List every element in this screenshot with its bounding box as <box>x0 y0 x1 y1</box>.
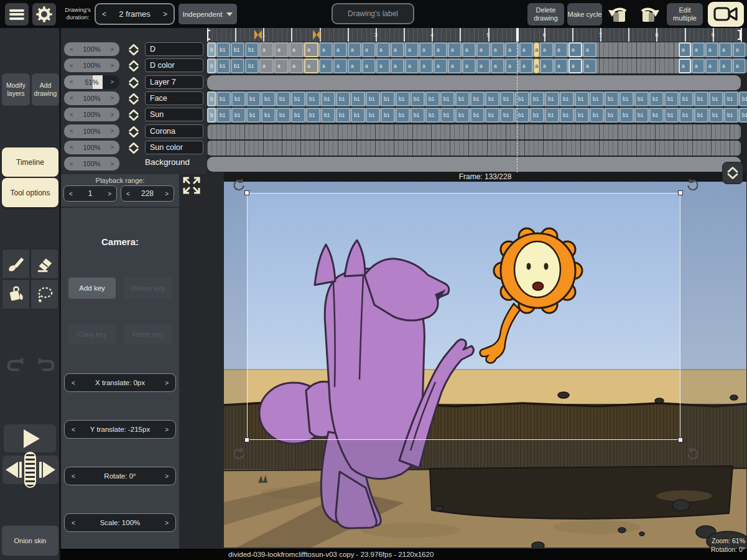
layer-reorder-button[interactable] <box>125 75 142 91</box>
drawing-cell[interactable]: a <box>419 42 433 57</box>
drawing-cell[interactable]: b1 <box>321 91 335 106</box>
rotate-stepper[interactable]: < Rotate: 0° > <box>64 467 176 485</box>
add-drawing-button[interactable]: Add drawing <box>32 73 59 106</box>
rotate-icon-br[interactable] <box>685 447 700 462</box>
decrement-arrow[interactable]: < <box>65 380 82 386</box>
layer-name-layer-7[interactable]: Layer 7 <box>145 75 203 89</box>
drawing-cell[interactable]: a <box>259 58 274 73</box>
drawing-cell[interactable]: b1 <box>291 91 305 106</box>
drawing-cell[interactable]: a <box>534 58 539 73</box>
drawing-cell[interactable]: a <box>519 58 533 73</box>
scale-stepper[interactable]: < Scale: 100% > <box>64 513 176 532</box>
track-corona[interactable] <box>207 124 741 139</box>
drawing-cell[interactable]: b1 <box>366 108 380 123</box>
track-layer-7[interactable] <box>207 75 741 90</box>
make-cycle-button[interactable]: Make cycle <box>567 3 602 26</box>
drawing-cell[interactable]: a <box>391 58 404 73</box>
playback-start-stepper[interactable]: < 1 > <box>63 185 117 202</box>
drawing-cell[interactable]: b1 <box>336 91 350 106</box>
drawing-cell[interactable]: b1 <box>634 91 649 106</box>
drawing-cell[interactable]: b1 <box>440 91 455 106</box>
drawing-cell[interactable]: a <box>554 58 568 73</box>
layer-reorder-button[interactable] <box>125 42 142 58</box>
drawing-cell[interactable]: b <box>207 58 216 73</box>
drawing-cell[interactable]: b1 <box>739 91 747 106</box>
drawing-cell[interactable]: a <box>319 42 333 57</box>
drawing-cell[interactable]: b1 <box>351 91 365 106</box>
drawing-cell[interactable]: b1 <box>664 108 679 123</box>
layer-opacity-stepper[interactable]: <100%> <box>64 124 119 138</box>
fill-tool-button[interactable] <box>2 279 30 309</box>
drawing-cell[interactable]: b1 <box>679 91 694 106</box>
layer-reorder-button[interactable] <box>125 124 142 140</box>
drawing-cell[interactable]: a <box>540 58 554 73</box>
track-sun[interactable]: bb1b1b1b1b1b1b1b1b1b1b1b1b1b1b1b1b1b1b1b… <box>207 108 741 123</box>
camera-mode-button[interactable] <box>708 2 744 27</box>
layer-name-sun[interactable]: Sun <box>145 108 203 121</box>
layer-opacity-stepper[interactable]: <51%> <box>64 75 119 89</box>
drawing-cell[interactable]: b1 <box>455 91 470 106</box>
camera-frame-handle-bl[interactable] <box>244 437 249 442</box>
drawing-cell[interactable]: b <box>207 108 216 123</box>
drawing-cell[interactable]: a <box>434 42 447 57</box>
drawing-cell[interactable]: b1 <box>530 108 544 123</box>
drawing-cell[interactable]: a <box>448 42 462 57</box>
drawing-cell[interactable]: a <box>568 42 582 57</box>
layer-name-corona[interactable]: Corona <box>145 124 203 138</box>
drawing-cell[interactable]: b1 <box>724 91 738 106</box>
drawing-cell[interactable]: b1 <box>709 91 723 106</box>
duration-increment[interactable]: > <box>157 10 174 19</box>
drawing-cell[interactable]: a <box>554 42 568 57</box>
playback-range-end-bracket[interactable] <box>738 30 741 40</box>
layer-mode-dropdown[interactable]: Independent <box>179 4 237 24</box>
drawing-cell[interactable]: b1 <box>245 58 259 73</box>
drawing-cell[interactable]: a <box>705 42 718 57</box>
drawing-cell[interactable]: a <box>719 42 732 57</box>
drawing-cell[interactable]: b1 <box>724 108 738 123</box>
decrement-arrow[interactable]: < <box>121 190 135 197</box>
drawing-label-input[interactable]: Drawing's label <box>332 3 414 24</box>
drawing-cell[interactable]: b1 <box>649 108 664 123</box>
paste-key-button[interactable]: Paste key <box>124 324 172 345</box>
drawing-cell[interactable]: a <box>491 58 504 73</box>
drawing-cell[interactable]: b1 <box>261 91 276 106</box>
drawing-cell[interactable]: b1 <box>560 108 574 123</box>
eraser-tool-button[interactable] <box>30 249 58 279</box>
next-frame-button[interactable] <box>36 455 58 484</box>
layer-opacity-stepper[interactable]: <100%> <box>64 91 119 105</box>
drawing-cell[interactable]: b1 <box>619 91 634 106</box>
delete-key-button[interactable]: Delete key <box>124 278 172 299</box>
settings-button[interactable] <box>32 3 56 26</box>
drawing-cell[interactable]: b1 <box>485 108 499 123</box>
y-translate-stepper[interactable]: < Y translate: -215px > <box>64 420 176 439</box>
increment-arrow[interactable]: > <box>158 380 175 386</box>
decrement-arrow[interactable]: < <box>65 473 82 480</box>
increment-arrow[interactable]: > <box>160 190 174 197</box>
drawing-cell[interactable]: a <box>733 58 746 73</box>
drawing-cell[interactable]: a <box>476 58 490 73</box>
drawing-cell[interactable]: a <box>274 58 289 73</box>
layer-name-sun-color[interactable]: Sun color <box>145 141 203 154</box>
increment-arrow[interactable]: > <box>104 111 119 118</box>
drawing-cell[interactable]: b1 <box>694 91 708 106</box>
play-button[interactable] <box>4 424 56 452</box>
drawing-cell[interactable]: b1 <box>276 108 290 123</box>
copy-key-button[interactable]: Copy key <box>68 324 116 345</box>
tab-tool-options[interactable]: Tool options <box>2 178 58 207</box>
duration-decrement[interactable]: < <box>96 10 113 19</box>
layer-opacity-stepper[interactable]: <100%> <box>64 42 119 56</box>
track-d-color[interactable]: bb1b1b1aaaaaaaaaaaaaaaaaaaaaaaaaaaaaa <box>207 58 741 73</box>
playback-end-stepper[interactable]: < 228 > <box>121 185 174 202</box>
layer-opacity-stepper[interactable]: <100%> <box>64 108 119 121</box>
increment-arrow[interactable]: > <box>104 46 119 53</box>
layer-name-face[interactable]: Face <box>145 91 203 105</box>
decrement-arrow[interactable]: < <box>64 128 79 134</box>
cycle-marker-icon[interactable] <box>254 30 262 40</box>
previous-frame-button[interactable] <box>2 455 25 484</box>
layer-opacity-stepper[interactable]: <100%> <box>64 58 119 72</box>
timeline-ruler[interactable]: 123456789 <box>207 28 741 42</box>
drawing-cell[interactable]: b <box>207 91 216 106</box>
drawing-cell[interactable]: b1 <box>500 91 514 106</box>
add-key-button[interactable]: Add key <box>68 278 116 299</box>
drawing-cell[interactable]: b1 <box>679 108 694 123</box>
